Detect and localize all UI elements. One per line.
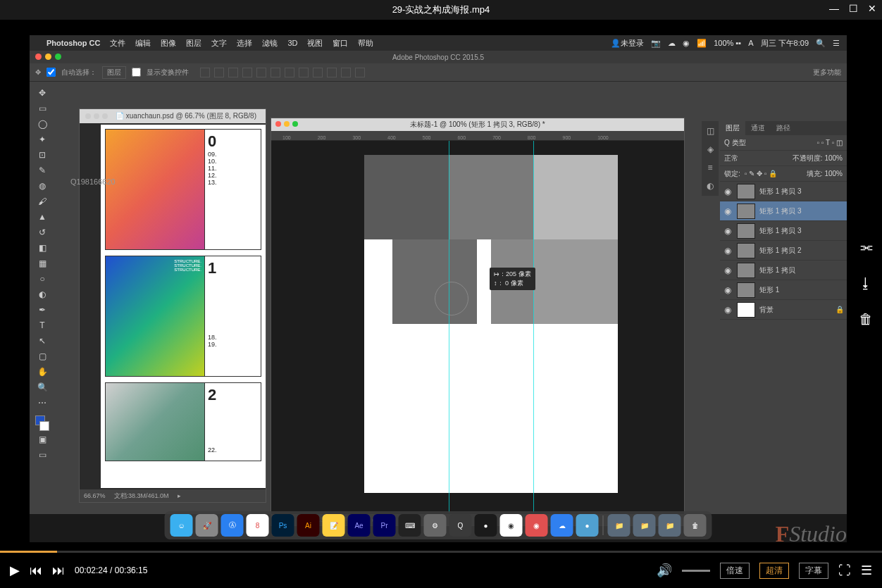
background-color[interactable]: [39, 421, 49, 431]
visibility-icon[interactable]: ◉: [723, 285, 733, 295]
dock-folder[interactable]: 📁: [608, 514, 631, 537]
rect-shape[interactable]: [364, 155, 449, 239]
visibility-icon[interactable]: ◉: [723, 265, 733, 275]
menu-layer[interactable]: 图层: [186, 38, 201, 49]
align-icon[interactable]: [200, 68, 210, 77]
tab-channels[interactable]: 通道: [745, 121, 771, 135]
screen-mode[interactable]: ▭: [34, 448, 51, 462]
rect-shape[interactable]: [392, 239, 477, 324]
filter-type[interactable]: Q 类型: [724, 138, 746, 148]
dock-finder[interactable]: ☺: [170, 514, 193, 537]
playlist-button[interactable]: ☰: [861, 563, 872, 578]
stamp-tool[interactable]: ▲: [34, 210, 51, 224]
dock-launchpad[interactable]: 🚀: [196, 514, 218, 537]
dock-notes[interactable]: 📝: [323, 514, 345, 537]
dock-terminal[interactable]: ⌨: [399, 514, 421, 537]
history-tool[interactable]: ↺: [34, 225, 51, 239]
guide-vertical[interactable]: [449, 141, 449, 513]
visibility-icon[interactable]: ◉: [723, 206, 733, 216]
play-button[interactable]: ▶: [10, 563, 20, 578]
search-icon[interactable]: 🔍: [816, 39, 826, 48]
input-icon[interactable]: A: [748, 39, 753, 47]
panel-icon[interactable]: ◫: [703, 124, 717, 138]
minimize-icon[interactable]: —: [829, 3, 839, 14]
doc1-chevron[interactable]: ▸: [178, 492, 181, 499]
dock-quicktime[interactable]: Q: [449, 514, 472, 537]
healing-tool[interactable]: ◍: [34, 179, 51, 193]
menu-icon[interactable]: ☰: [833, 39, 840, 48]
layer-thumbnail[interactable]: [737, 223, 755, 239]
menu-3d[interactable]: 3D: [287, 39, 297, 47]
layer-thumbnail[interactable]: [737, 184, 755, 199]
more-options[interactable]: 更多功能: [813, 68, 841, 77]
speed-button[interactable]: 倍速: [720, 563, 750, 579]
panel-icon[interactable]: ≡: [703, 161, 717, 175]
dock-trash[interactable]: 🗑: [684, 514, 707, 537]
delete-icon[interactable]: 🗑: [859, 311, 873, 327]
align-icon[interactable]: [271, 68, 280, 77]
rect-shape[interactable]: [533, 239, 618, 324]
dock-appstore[interactable]: Ⓐ: [221, 514, 244, 537]
dock-folder[interactable]: 📁: [659, 514, 681, 537]
ps-maximize-button[interactable]: [55, 54, 61, 60]
dock-chrome[interactable]: ◉: [500, 514, 523, 537]
align-icon[interactable]: [256, 68, 266, 77]
layer-row[interactable]: ◉矩形 1 拷贝 3: [720, 201, 847, 221]
doc1-canvas[interactable]: 0 09.10.11.12.13. STRUCTURE.STRUCTURE.ST…: [101, 125, 266, 488]
tab-paths[interactable]: 路径: [771, 121, 796, 135]
eyedropper-tool[interactable]: ✎: [34, 163, 51, 177]
eraser-tool[interactable]: ◧: [34, 241, 51, 255]
rect-shape[interactable]: [477, 239, 491, 324]
app-name[interactable]: Photoshop CC: [46, 39, 100, 47]
dock-premiere[interactable]: Pr: [373, 514, 396, 537]
doc2-titlebar[interactable]: 未标题-1 @ 100% (矩形 1 拷贝 3, RGB/8) *: [271, 118, 684, 131]
rect-shape[interactable]: [533, 155, 618, 239]
dock-photoshop[interactable]: Ps: [272, 514, 294, 537]
align-icon[interactable]: [327, 68, 337, 77]
align-icon[interactable]: [285, 68, 294, 77]
layer-thumbnail[interactable]: [737, 302, 755, 318]
guide-vertical[interactable]: [533, 141, 534, 513]
align-icon[interactable]: [341, 68, 351, 77]
auto-select-checkbox[interactable]: [46, 68, 56, 77]
battery-icon[interactable]: 100% ▪▪: [714, 39, 741, 47]
wand-tool[interactable]: ✦: [34, 132, 51, 146]
align-icon[interactable]: [228, 68, 238, 77]
maximize-icon[interactable]: ☐: [849, 3, 858, 14]
fullscreen-button[interactable]: ⛶: [838, 563, 851, 578]
align-icon[interactable]: [355, 68, 365, 77]
wifi-icon[interactable]: ◉: [683, 39, 690, 48]
panel-icon[interactable]: ◈: [703, 142, 717, 156]
doc2-canvas[interactable]: ↦：205 像素 ↕： 0 像素: [281, 141, 684, 513]
layer-row[interactable]: ◉背景🔒: [720, 300, 847, 320]
rect-shape[interactable]: [449, 155, 533, 239]
layer-row[interactable]: ◉矩形 1 拷贝 3: [720, 182, 847, 201]
menu-edit[interactable]: 编辑: [135, 38, 151, 49]
gradient-tool[interactable]: ▦: [34, 256, 51, 270]
rect-shape[interactable]: [364, 239, 392, 324]
subtitle-button[interactable]: 字幕: [799, 563, 828, 579]
dock-baidu[interactable]: ☁: [551, 514, 573, 537]
dock-app2[interactable]: ●: [576, 514, 599, 537]
visibility-icon[interactable]: ◉: [723, 305, 733, 315]
layer-row[interactable]: ◉矩形 1 拷贝 2: [720, 241, 847, 261]
move-tool[interactable]: ✥: [34, 86, 51, 100]
show-transform-checkbox[interactable]: [132, 68, 141, 77]
mask-mode[interactable]: ▣: [34, 432, 51, 446]
menu-type[interactable]: 文字: [211, 38, 227, 49]
menu-window[interactable]: 窗口: [333, 38, 348, 49]
dock-app[interactable]: ◉: [526, 514, 548, 537]
quality-button[interactable]: 超清: [759, 563, 789, 579]
marquee-tool[interactable]: ▭: [34, 101, 51, 115]
menu-image[interactable]: 图像: [161, 38, 176, 49]
blur-tool[interactable]: ○: [34, 272, 51, 286]
layer-thumbnail[interactable]: [737, 204, 755, 219]
dock-settings[interactable]: ⚙: [424, 514, 447, 537]
prev-button[interactable]: ⏮: [30, 563, 42, 578]
visibility-icon[interactable]: ◉: [723, 246, 733, 256]
dock-folder[interactable]: 📁: [633, 514, 656, 537]
auto-select-target[interactable]: 图层: [102, 66, 126, 79]
zoom-tool[interactable]: 🔍: [34, 380, 51, 394]
close-icon[interactable]: ✕: [868, 3, 876, 14]
dodge-tool[interactable]: ◐: [34, 287, 51, 301]
